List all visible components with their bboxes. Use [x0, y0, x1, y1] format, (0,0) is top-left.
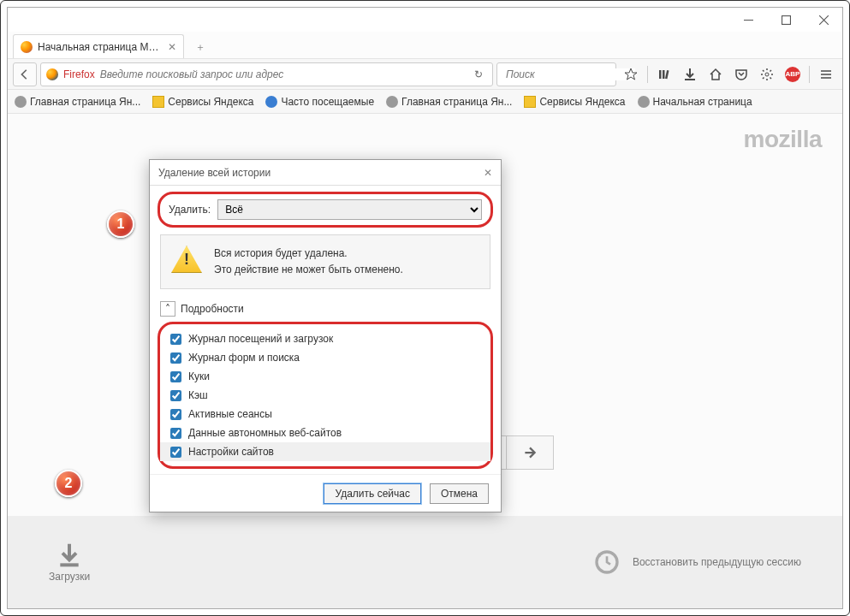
globe-icon	[386, 96, 398, 108]
bookmark-label: Сервисы Яндекса	[539, 96, 625, 108]
library-icon[interactable]	[653, 62, 675, 86]
folder-icon	[152, 96, 164, 108]
restore-label: Восстановить предыдущую сессию	[633, 556, 801, 568]
warning-line-1: Вся история будет удалена.	[214, 246, 403, 262]
reload-icon[interactable]: ↻	[470, 68, 487, 80]
callout-marker-1: 1	[107, 210, 134, 238]
delete-label: Удалить:	[169, 204, 211, 216]
svg-rect-3	[663, 70, 665, 79]
folder-icon	[524, 96, 536, 108]
bookmark-item[interactable]: Часто посещаемые	[265, 96, 374, 108]
search-input[interactable]	[506, 68, 635, 80]
item-cache[interactable]: Кэш	[169, 386, 482, 405]
clear-history-dialog: Удаление всей истории ✕ Удалить: Всё Вся…	[149, 159, 502, 512]
item-form-history[interactable]: Журнал форм и поиска	[169, 348, 482, 367]
item-browsing-history[interactable]: Журнал посещений и загрузок	[169, 329, 482, 348]
close-tab-icon[interactable]: ✕	[168, 41, 176, 53]
dialog-buttons: Удалить сейчас Отмена	[150, 474, 501, 512]
checkbox[interactable]	[170, 390, 181, 401]
item-label: Настройки сайтов	[188, 446, 274, 458]
checkbox[interactable]	[170, 334, 181, 345]
bookmark-label: Начальная страница	[653, 96, 752, 108]
bookmark-item[interactable]: Главная страница Ян...	[15, 96, 140, 108]
restore-icon	[593, 548, 621, 576]
url-bar[interactable]: Firefox ↻	[40, 62, 493, 86]
tab-title: Начальная страница Mozill	[38, 41, 163, 53]
bookmark-label: Главная страница Ян...	[30, 96, 140, 108]
checkbox[interactable]	[170, 409, 181, 420]
separator	[809, 66, 810, 83]
restore-session-button[interactable]: Восстановить предыдущую сессию	[593, 548, 801, 576]
globe-icon	[265, 96, 277, 108]
firefox-icon	[46, 68, 58, 80]
bookmarks-bar: Главная страница Ян... Сервисы Яндекса Ч…	[8, 90, 842, 114]
downloads-label: Загрузки	[49, 571, 90, 583]
globe-icon	[638, 96, 650, 108]
maximize-button[interactable]	[767, 8, 805, 32]
item-label: Журнал форм и поиска	[188, 352, 300, 364]
svg-rect-0	[782, 15, 790, 24]
item-offline-data[interactable]: Данные автономных веб-сайтов	[169, 424, 482, 442]
item-site-settings[interactable]: Настройки сайтов	[160, 442, 490, 461]
home-icon[interactable]	[704, 62, 727, 86]
warning-line-2: Это действие не может быть отменено.	[214, 262, 403, 278]
warning-icon	[171, 246, 202, 273]
mozilla-logo: mozilla	[744, 126, 822, 153]
downloads-shortcut[interactable]: Загрузки	[49, 542, 90, 583]
time-range-select[interactable]: Всё	[217, 199, 482, 220]
checkbox[interactable]	[170, 352, 181, 364]
svg-rect-4	[665, 69, 669, 78]
home-search-button[interactable]	[506, 435, 554, 470]
pocket-icon[interactable]	[730, 62, 752, 86]
tab-bar: Начальная страница Mozill ✕ ＋	[8, 32, 842, 59]
close-window-button[interactable]	[805, 8, 842, 32]
dialog-title: Удаление всей истории	[158, 167, 270, 179]
back-button[interactable]	[13, 62, 37, 86]
firefox-icon	[21, 41, 33, 53]
url-input[interactable]	[100, 68, 465, 80]
gear-icon[interactable]	[756, 62, 778, 86]
dialog-close-icon[interactable]: ✕	[484, 167, 492, 179]
bookmark-item[interactable]: Главная страница Ян...	[386, 96, 512, 108]
download-arrow-icon	[56, 542, 83, 569]
minimize-button[interactable]	[729, 8, 767, 32]
details-label: Подробности	[181, 303, 244, 315]
menu-icon[interactable]	[815, 62, 837, 86]
callout-marker-2: 2	[55, 470, 82, 497]
bookmark-label: Главная страница Ян...	[401, 96, 512, 108]
item-label: Журнал посещений и загрузок	[188, 333, 333, 345]
chevron-up-icon: ˄	[160, 301, 175, 317]
downloads-icon[interactable]	[679, 62, 701, 86]
cancel-button[interactable]: Отмена	[430, 483, 489, 504]
delete-now-button[interactable]: Удалить сейчас	[324, 483, 420, 504]
svg-rect-6	[60, 563, 78, 566]
search-bar[interactable]	[496, 62, 616, 86]
bookmark-item[interactable]: Начальная страница	[638, 96, 752, 108]
bookmark-label: Сервисы Яндекса	[168, 96, 253, 108]
checkbox[interactable]	[170, 447, 181, 458]
bookmark-star-icon[interactable]	[620, 62, 642, 86]
item-label: Активные сеансы	[188, 408, 272, 420]
svg-point-5	[765, 73, 769, 76]
identity-label: Firefox	[63, 68, 95, 80]
item-active-sessions[interactable]: Активные сеансы	[169, 405, 482, 424]
item-label: Данные автономных веб-сайтов	[188, 427, 342, 439]
bookmark-item[interactable]: Сервисы Яндекса	[524, 96, 625, 108]
browser-tab[interactable]: Начальная страница Mozill ✕	[13, 34, 184, 58]
dialog-titlebar: Удаление всей истории ✕	[150, 160, 501, 186]
item-label: Кэш	[188, 389, 208, 401]
svg-rect-2	[659, 70, 662, 79]
globe-icon	[15, 96, 27, 108]
bottom-toolbar: Загрузки Восстановить предыдущую сессию	[8, 516, 842, 608]
details-toggle[interactable]: ˄ Подробности	[160, 296, 490, 322]
new-tab-button[interactable]: ＋	[189, 36, 211, 58]
item-cookies[interactable]: Куки	[169, 367, 482, 386]
warning-box: Вся история будет удалена. Это действие …	[160, 234, 490, 289]
nav-toolbar: Firefox ↻ ABP	[8, 59, 842, 90]
time-range-row: Удалить: Всё	[158, 192, 493, 228]
bookmark-item[interactable]: Сервисы Яндекса	[152, 96, 253, 108]
abp-icon[interactable]: ABP	[782, 62, 804, 86]
checkbox[interactable]	[170, 428, 181, 439]
item-label: Куки	[188, 370, 210, 382]
checkbox[interactable]	[170, 371, 181, 382]
